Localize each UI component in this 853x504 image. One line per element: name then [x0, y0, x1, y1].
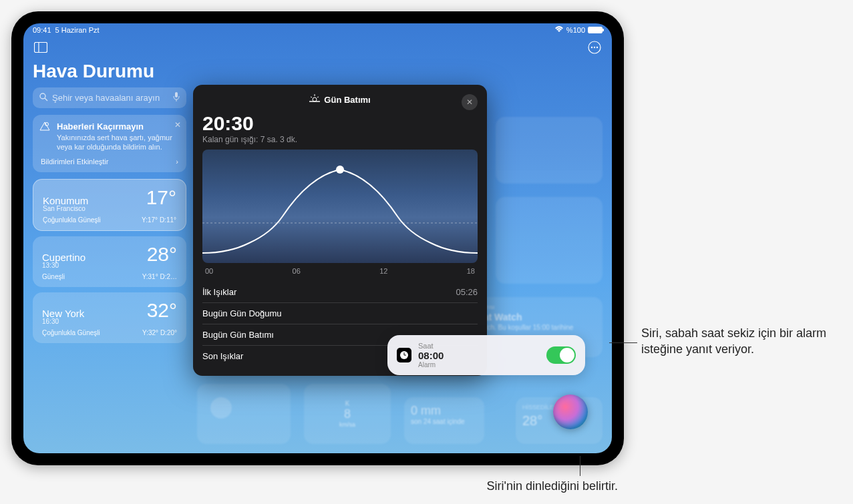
svg-rect-0	[35, 43, 47, 53]
wifi-icon	[554, 26, 564, 34]
svg-point-11	[210, 397, 232, 419]
sunset-time: 20:30	[202, 112, 478, 135]
ipad-frame: 09:41 5 Haziran Pzt %100 Hava Durumu	[11, 11, 624, 465]
alarm-label: Alarm	[418, 361, 540, 368]
svg-line-15	[317, 97, 319, 97]
location-range: Y:17° D:11°	[142, 216, 176, 224]
sun-curve-chart	[202, 150, 478, 263]
svg-point-6	[40, 93, 45, 99]
screen: 09:41 5 Haziran Pzt %100 Hava Durumu	[23, 23, 612, 453]
news-title: Haberleri Kaçırmayın	[41, 121, 178, 132]
siri-alarm-card[interactable]: Saat 08:00 Alarm	[387, 335, 585, 375]
info-row: İlk Işıklar 05:26	[202, 282, 478, 303]
search-input[interactable]	[52, 93, 169, 103]
sidebar-toggle-icon[interactable]	[33, 39, 49, 55]
callout-siri: Siri'nin dinlediğini belirtir.	[331, 478, 618, 494]
location-temp: 17°	[146, 186, 176, 209]
moon-widget	[197, 384, 291, 444]
info-row: Bugün Gün Doğumu	[202, 303, 478, 324]
chart-widget	[496, 197, 603, 284]
location-card[interactable]: Konumum San Francisco 17° Çoğunlukla Gün…	[33, 179, 186, 231]
location-sub: 16:30	[42, 318, 84, 325]
news-card[interactable]: ✕ Haberleri Kaçırmayın Yakınınızda sert …	[33, 115, 186, 172]
svg-line-14	[311, 97, 312, 97]
news-link[interactable]: Bildirimleri Etkinleştir ›	[41, 158, 178, 166]
callout-alarm: Siri, sabah saat sekiz için bir alarm is…	[641, 325, 842, 358]
more-icon[interactable]	[586, 39, 603, 55]
svg-line-7	[45, 98, 47, 101]
alarm-time: 08:00	[418, 350, 540, 361]
chevron-right-icon: ›	[176, 158, 178, 166]
app-title: Hava Durumu	[33, 61, 186, 82]
svg-point-18	[336, 166, 344, 174]
svg-rect-8	[175, 92, 178, 97]
status-time: 09:41	[33, 26, 51, 34]
callout-line	[580, 456, 580, 476]
close-icon[interactable]: ✕	[174, 120, 181, 130]
search-bar[interactable]	[33, 87, 186, 108]
location-sub: San Francisco	[43, 205, 88, 212]
map-widget	[496, 117, 603, 184]
siri-app-name: Saat	[418, 342, 540, 350]
svg-point-4	[594, 47, 595, 48]
status-bar: 09:41 5 Haziran Pzt %100	[23, 23, 612, 37]
callout-line	[609, 342, 637, 343]
location-condition: Güneşli	[42, 273, 65, 280]
svg-point-3	[591, 47, 592, 48]
modal-title: Gün Batımı	[309, 94, 370, 105]
sidebar: Hava Durumu ✕ Haberleri Kaçırmayın Yakın…	[33, 61, 186, 348]
location-sub: 13:30	[42, 262, 86, 269]
location-condition: Çoğunlukla Güneşli	[42, 329, 100, 336]
location-condition: Çoğunlukla Güneşli	[43, 216, 101, 224]
status-date: 5 Haziran Pzt	[55, 26, 100, 34]
wind-widget: K 8 km/sa	[304, 384, 391, 444]
clock-app-icon	[397, 348, 411, 362]
battery-text: %100	[566, 26, 585, 34]
location-range: Y:31° D:2…	[142, 273, 177, 280]
remaining-daylight: Kalan gün ışığı: 7 sa. 3 dk.	[202, 135, 478, 144]
svg-point-5	[596, 47, 598, 48]
siri-orb[interactable]	[553, 395, 588, 429]
location-temp: 28°	[147, 243, 177, 266]
battery-icon	[588, 27, 603, 33]
modal-close-button[interactable]: ✕	[462, 94, 478, 110]
chart-x-labels: 00 06 12 18	[202, 266, 478, 282]
sunset-modal: Gün Batımı ✕ 20:30 Kalan gün ışığı: 7 sa…	[193, 85, 487, 376]
precip-widget: 0 mm son 24 saat içinde	[404, 397, 484, 444]
location-card[interactable]: Cupertino 13:30 28° Güneşli Y:31° D:2…	[33, 236, 186, 287]
mic-icon[interactable]	[173, 92, 180, 103]
alarm-toggle[interactable]	[546, 346, 576, 364]
location-temp: 32°	[147, 299, 177, 322]
sunset-icon	[309, 94, 320, 105]
location-range: Y:32° D:20°	[142, 329, 177, 336]
toolbar	[33, 39, 603, 55]
location-card[interactable]: New York 16:30 32° Çoğunlukla Güneşli Y:…	[33, 292, 186, 343]
news-body: Yakınınızda sert hava şartı, yağmur veya…	[41, 133, 178, 152]
search-icon	[39, 93, 48, 103]
svg-point-12	[313, 97, 317, 101]
